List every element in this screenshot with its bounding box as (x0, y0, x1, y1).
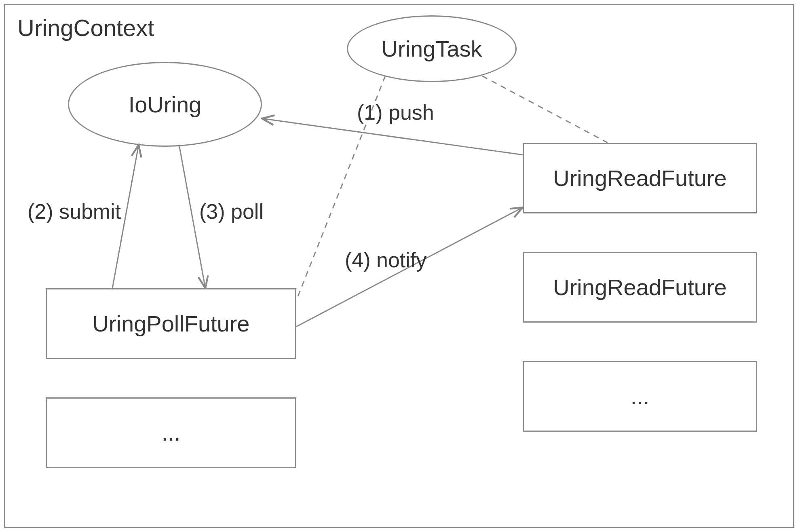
uring-read-future-1-label: UringReadFuture (553, 165, 727, 191)
ellipsis-right-label: ... (631, 383, 650, 410)
uring-read-future-2-label: UringReadFuture (553, 274, 727, 300)
ellipsis-left-label: ... (162, 420, 181, 446)
label-poll: (3) poll (199, 199, 264, 224)
io-uring-label: IoUring (129, 91, 202, 118)
uring-context-container: UringContext IoUring UringTask UringPoll… (4, 4, 794, 528)
node-uring-read-future-2: UringReadFuture (523, 252, 757, 323)
context-title: UringContext (17, 14, 154, 41)
node-uring-task: UringTask (347, 15, 517, 82)
node-ellipsis-left: ... (46, 397, 296, 468)
label-submit: (2) submit (27, 199, 121, 224)
node-ellipsis-right: ... (523, 361, 757, 432)
uring-poll-future-label: UringPollFuture (92, 310, 249, 337)
uring-task-label: UringTask (382, 36, 482, 62)
edge-task-to-read (482, 76, 608, 143)
label-push: (1) push (357, 100, 434, 125)
node-uring-poll-future: UringPollFuture (46, 288, 296, 359)
node-uring-read-future-1: UringReadFuture (523, 143, 757, 213)
label-notify: (4) notify (345, 248, 426, 272)
node-io-uring: IoUring (68, 62, 262, 147)
